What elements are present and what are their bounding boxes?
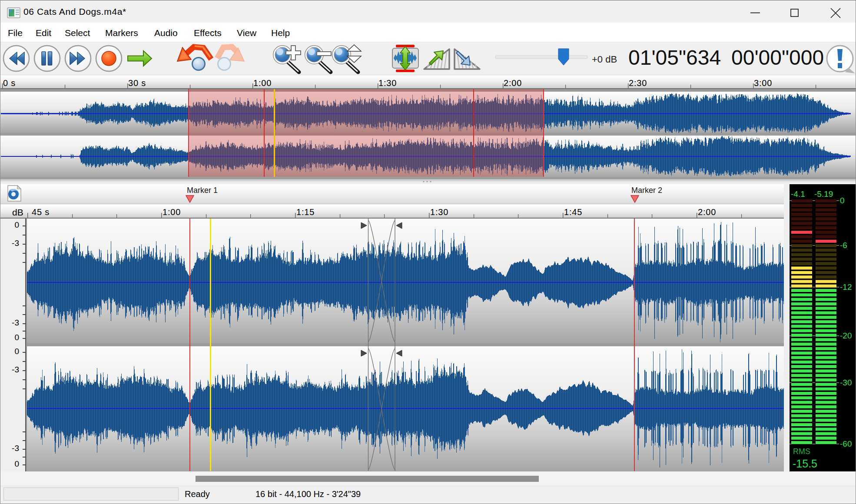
svg-text:-30: -30	[840, 378, 852, 387]
svg-text:-6: -6	[840, 241, 847, 250]
svg-text:-4.1: -4.1	[791, 189, 805, 199]
svg-text:-12: -12	[840, 282, 852, 292]
svg-text:-20: -20	[840, 331, 852, 340]
svg-text:-15.5: -15.5	[793, 458, 817, 470]
svg-text:-60: -60	[840, 439, 852, 448]
svg-text:0: 0	[840, 196, 845, 205]
svg-text:-5.19: -5.19	[814, 189, 833, 199]
svg-text:RMS: RMS	[793, 447, 810, 456]
